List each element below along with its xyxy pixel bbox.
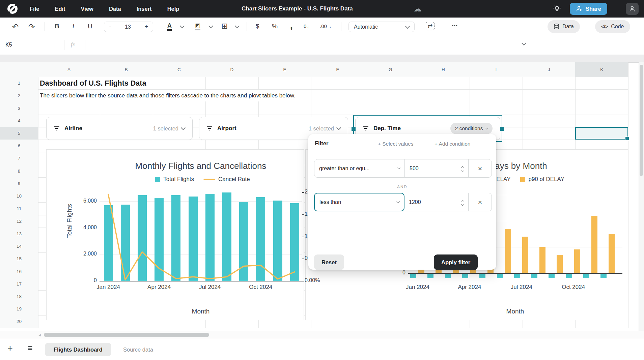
chart2-avg-bar-dec-2024[interactable]	[600, 273, 607, 278]
chart2-x-tick: Apr 2024	[458, 284, 481, 291]
chart2-avg-bar-nov-2024[interactable]	[583, 273, 589, 278]
filter-condition-row-2: less than 1200 ×	[314, 193, 492, 211]
slicer-dep-time-label: Dep. Time	[373, 125, 401, 132]
slicer-dep-time-conditions-pill[interactable]: 2 conditions	[450, 123, 493, 134]
chart2-avg-bar-jun-2024[interactable]	[497, 273, 503, 278]
filter-popup: Filter + Select values + Add condition g…	[308, 134, 496, 270]
chart2-p90-bar-dec-2024[interactable]	[609, 234, 615, 273]
filter-icon	[54, 125, 59, 131]
slicer-airline-chevron-icon[interactable]	[181, 125, 186, 130]
chart2-x-tick: Oct 2024	[562, 284, 585, 291]
chart2-avg-bar-aug-2024[interactable]	[531, 273, 537, 278]
condition1-stepper[interactable]	[461, 166, 464, 172]
condition2-operator-value: less than	[319, 199, 341, 205]
chart2-x-axis	[408, 273, 622, 274]
filter-icon	[207, 125, 212, 131]
chart2-p90-bar-sep-2024[interactable]	[557, 255, 563, 273]
and-separator: AND	[308, 185, 496, 189]
condition1-operator-value: greater than or equ...	[319, 166, 369, 172]
chart2-p90-bar-oct-2024[interactable]	[574, 249, 580, 273]
slicer-dep-time-chevron-icon	[485, 126, 488, 129]
slicer-airline-label: Airline	[64, 125, 82, 132]
chart2-p90-bar-jun-2024[interactable]	[505, 229, 511, 273]
condition2-remove-button[interactable]: ×	[468, 193, 492, 211]
chart2-avg-bar-sep-2024[interactable]	[549, 273, 555, 278]
chart2-x-tick: Jul 2024	[511, 284, 532, 291]
chart2-p90-bar-jul-2024[interactable]	[522, 237, 528, 273]
chart1-x-tick: Jan 2024	[96, 284, 120, 291]
select-values-link[interactable]: + Select values	[378, 141, 414, 147]
filter-icon	[363, 125, 368, 131]
slicer-airline[interactable]: Airline 1 selected	[46, 117, 193, 140]
chart2-avg-bar-may-2024[interactable]	[479, 273, 485, 278]
chart1-x-tick: Oct 2024	[249, 284, 272, 291]
slicer-airport-value[interactable]: 1 selected	[309, 125, 334, 132]
chart2-left-tick: 0	[388, 270, 405, 276]
chart2-avg-bar-mar-2024[interactable]	[445, 273, 451, 278]
reset-button[interactable]: Reset	[314, 254, 344, 270]
slicer-airport-chevron-icon[interactable]	[336, 125, 341, 130]
condition2-value-input[interactable]: 1200	[404, 193, 468, 211]
chart1-x-tick: Jul 2024	[199, 284, 221, 291]
chart2-avg-bar-jan-2024[interactable]	[410, 273, 416, 278]
chart2-p90-bar-aug-2024[interactable]	[539, 247, 545, 273]
condition1-operator-select[interactable]: greater than or equ...	[314, 159, 405, 177]
chart2-avg-bar-apr-2024[interactable]	[462, 273, 468, 278]
slicer-airport-label: Airport	[217, 125, 236, 132]
app-window: File Edit View Data Insert Help Chart Sl…	[0, 0, 644, 360]
chart2-p90-bar-nov-2024[interactable]	[591, 216, 597, 273]
filter-condition-row-1: greater than or equ... 500 ×	[314, 159, 492, 178]
condition2-stepper[interactable]	[461, 199, 464, 205]
condition1-value-input[interactable]: 500	[405, 159, 468, 177]
slicer-dep-time-value: 2 conditions	[455, 125, 483, 131]
condition1-operator-chevron-icon	[397, 166, 400, 169]
condition1-remove-button[interactable]: ×	[468, 159, 492, 177]
slicer-airline-value[interactable]: 1 selected	[153, 125, 178, 132]
chart1-x-axis	[100, 281, 302, 281]
condition2-operator-select[interactable]: less than	[314, 193, 404, 211]
condition1-value: 500	[410, 166, 419, 172]
condition2-operator-chevron-icon	[396, 200, 399, 203]
chart2-avg-bar-oct-2024[interactable]	[566, 273, 572, 278]
chart1-x-tick: Apr 2024	[147, 284, 171, 291]
add-condition-link[interactable]: + Add condition	[435, 141, 470, 147]
condition2-value: 1200	[409, 199, 421, 205]
apply-filter-button[interactable]: Apply filter	[434, 254, 478, 270]
filter-popup-title: Filter	[315, 140, 328, 147]
chart2-avg-bar-jul-2024[interactable]	[514, 273, 520, 278]
chart2-x-tick: Jan 2024	[406, 284, 429, 291]
chart2-avg-bar-feb-2024[interactable]	[427, 273, 433, 278]
